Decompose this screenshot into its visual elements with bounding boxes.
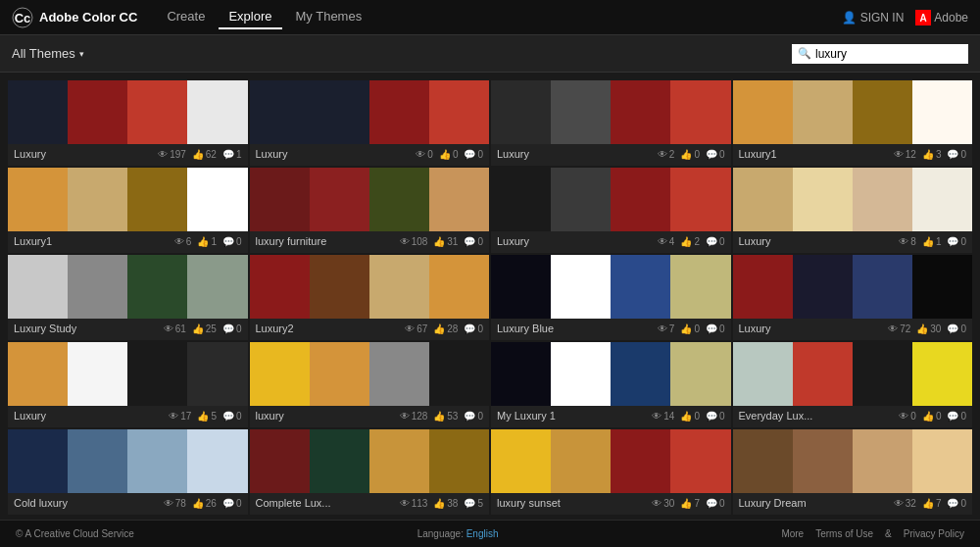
eye-icon: 👁 [899,236,908,247]
nav-explore[interactable]: Explore [219,5,281,29]
card-info: Luxury 👁 4 👍 2 💬 0 [491,231,731,253]
adobe-label: Adobe [934,11,968,25]
color-swatch [310,342,369,406]
color-swatch [670,168,730,231]
comment-icon: 💬 [947,149,958,160]
language-link[interactable]: English [466,528,499,539]
comment-icon: 💬 [947,236,958,247]
theme-card[interactable]: Luxury Study 👁 61 👍 25 💬 0 [8,255,248,340]
theme-card[interactable]: luxury 👁 128 👍 53 💬 0 [250,342,490,427]
comments-stat: 💬 0 [706,236,725,247]
comment-icon: 💬 [947,323,958,334]
eye-icon: 👁 [652,411,662,422]
likes-count: 26 [206,498,217,509]
views-stat: 👁 32 [894,498,916,509]
comments-count: 0 [236,236,242,247]
theme-card[interactable]: luxury furniture 👁 108 👍 31 💬 0 [250,168,490,253]
theme-card[interactable]: Luxury 👁 4 👍 2 💬 0 [491,168,731,253]
cc-icon: © [16,528,23,539]
theme-card[interactable]: Luxury 👁 197 👍 62 💬 1 [8,80,248,166]
comments-count: 0 [236,498,242,509]
theme-title: Cold luxury [14,497,158,509]
nav-my-themes[interactable]: My Themes [286,5,372,29]
theme-card[interactable]: Luxury 👁 2 👍 0 💬 0 [491,80,731,166]
comments-count: 0 [719,236,725,247]
sign-in-button[interactable]: 👤 SIGN IN [842,11,905,25]
logo-text: Adobe Color CC [39,10,137,25]
color-swatch [551,429,611,493]
eye-icon: 👁 [158,149,168,160]
comment-icon: 💬 [222,149,234,160]
theme-card[interactable]: Cold luxury 👁 78 👍 26 💬 0 [8,429,248,515]
color-swatch [733,80,793,144]
adobe-icon: A [915,10,931,25]
comment-icon: 💬 [706,411,717,422]
views-stat: 👁 61 [164,323,186,334]
views-stat: 👁 17 [169,411,191,422]
theme-card[interactable]: My Luxury 1 👁 14 👍 0 💬 0 [491,342,731,427]
comments-count: 0 [719,323,725,334]
swatch-row [250,429,490,493]
views-count: 108 [412,236,428,247]
theme-card[interactable]: Luxury Dream 👁 32 👍 7 💬 0 [733,429,973,515]
theme-card[interactable]: Luxury1 👁 6 👍 1 💬 0 [8,168,248,253]
color-swatch [491,168,551,231]
separator: & [885,528,892,539]
theme-card[interactable]: Luxury2 👁 67 👍 28 💬 0 [250,255,490,340]
all-themes-button[interactable]: All Themes ▾ [12,46,84,61]
toolbar: All Themes ▾ 🔍 [0,35,980,73]
theme-card[interactable]: Luxury 👁 8 👍 1 💬 0 [733,168,973,253]
search-input[interactable] [815,47,962,61]
card-info: Luxury Blue 👁 7 👍 0 💬 0 [491,319,731,340]
likes-stat: 👍 31 [433,236,458,247]
theme-card[interactable]: Luxury 👁 17 👍 5 💬 0 [8,342,248,427]
views-stat: 👁 6 [174,236,192,247]
thumb-icon: 👍 [197,411,209,422]
eye-icon: 👁 [894,498,904,509]
color-swatch [912,255,972,319]
theme-title: Luxury1 [14,235,169,247]
nav-create[interactable]: Create [157,5,215,29]
privacy-link[interactable]: Privacy Policy [904,528,964,539]
comments-stat: 💬 0 [947,498,966,509]
theme-card[interactable]: Luxury Blue 👁 7 👍 0 💬 0 [491,255,731,340]
theme-card[interactable]: Complete Lux... 👁 113 👍 38 💬 5 [250,429,490,515]
more-link[interactable]: More [781,528,804,539]
color-swatch [250,429,310,493]
thumb-icon: 👍 [922,236,934,247]
theme-card[interactable]: luxury sunset 👁 30 👍 7 💬 0 [491,429,731,515]
eye-icon: 👁 [164,498,173,509]
color-swatch [491,342,551,406]
eye-icon: 👁 [652,498,662,509]
color-swatch [912,342,972,406]
theme-card[interactable]: Everyday Lux... 👁 0 👍 0 💬 0 [733,342,973,427]
color-swatch [611,255,670,319]
thumb-icon: 👍 [680,323,692,334]
swatch-row [8,80,248,144]
views-count: 17 [180,411,191,422]
views-count: 8 [910,236,916,247]
views-stat: 👁 128 [400,411,428,422]
theme-card[interactable]: Luxury1 👁 12 👍 3 💬 0 [733,80,973,166]
card-stats: 👁 17 👍 5 💬 0 [169,411,241,422]
color-swatch [491,80,551,144]
card-stats: 👁 197 👍 62 💬 1 [158,149,241,160]
comments-stat: 💬 0 [464,411,483,422]
logo[interactable]: Cc Adobe Color CC [12,7,137,28]
theme-card[interactable]: Luxury 👁 0 👍 0 💬 0 [250,80,490,166]
terms-link[interactable]: Terms of Use [815,528,873,539]
footer: © A Creative Cloud Service Language: Eng… [0,520,980,547]
theme-title: Everyday Lux... [739,410,894,422]
eye-icon: 👁 [894,149,904,160]
theme-card[interactable]: Luxury 👁 72 👍 30 💬 0 [733,255,973,340]
color-swatch [68,80,127,144]
comments-stat: 💬 0 [222,236,242,247]
eye-icon: 👁 [400,411,410,422]
thumb-icon: 👍 [680,498,692,509]
search-box[interactable]: 🔍 [792,44,968,64]
likes-stat: 👍 0 [439,149,459,160]
color-swatch [733,429,793,493]
color-swatch [310,80,369,144]
card-info: Luxury 👁 2 👍 0 💬 0 [491,144,731,166]
views-stat: 👁 7 [658,323,675,334]
